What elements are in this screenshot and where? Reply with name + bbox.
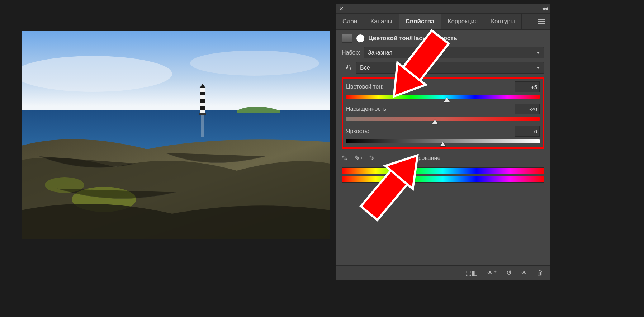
- saturation-slider[interactable]: [346, 117, 540, 121]
- panel-footer: ⬚◧ 👁⁺ ↺ 👁 🗑: [336, 265, 550, 280]
- hue-value[interactable]: [515, 81, 540, 92]
- panel-menu-icon[interactable]: [532, 14, 550, 29]
- close-icon[interactable]: ✕: [339, 5, 344, 12]
- collapse-icon[interactable]: ◀◀: [542, 6, 547, 11]
- svg-point-1: [22, 56, 172, 92]
- svg-rect-5: [200, 92, 205, 95]
- brightness-value[interactable]: [515, 126, 540, 137]
- tab-layers[interactable]: Слои: [336, 14, 364, 29]
- view-previous-icon[interactable]: 👁⁺: [487, 269, 497, 277]
- targeted-adjustment-icon[interactable]: [345, 64, 352, 72]
- panel-titlebar: ✕ ◀◀: [336, 4, 550, 14]
- preset-label: Набор:: [342, 49, 360, 56]
- hue-sat-icon: [342, 34, 352, 43]
- image-canvas: [22, 31, 330, 239]
- tab-paths[interactable]: Контуры: [484, 14, 522, 29]
- svg-rect-6: [200, 99, 205, 103]
- reset-icon[interactable]: ↺: [506, 269, 512, 277]
- clip-to-layer-icon[interactable]: ⬚◧: [465, 269, 478, 277]
- delete-icon[interactable]: 🗑: [537, 269, 543, 277]
- mask-icon[interactable]: [356, 34, 365, 43]
- svg-point-2: [190, 51, 319, 76]
- annotation-arrow-1: [377, 22, 455, 116]
- brightness-label: Яркость:: [346, 128, 369, 134]
- svg-rect-10: [201, 115, 204, 137]
- svg-rect-9: [199, 113, 206, 115]
- saturation-value[interactable]: [515, 104, 540, 114]
- annotation-arrow-2: [355, 136, 434, 231]
- eyedropper-icon[interactable]: ✎: [342, 154, 348, 162]
- brightness-thumb[interactable]: [440, 142, 446, 146]
- visibility-icon[interactable]: 👁: [521, 269, 527, 277]
- saturation-thumb[interactable]: [432, 120, 438, 124]
- svg-rect-7: [200, 106, 205, 110]
